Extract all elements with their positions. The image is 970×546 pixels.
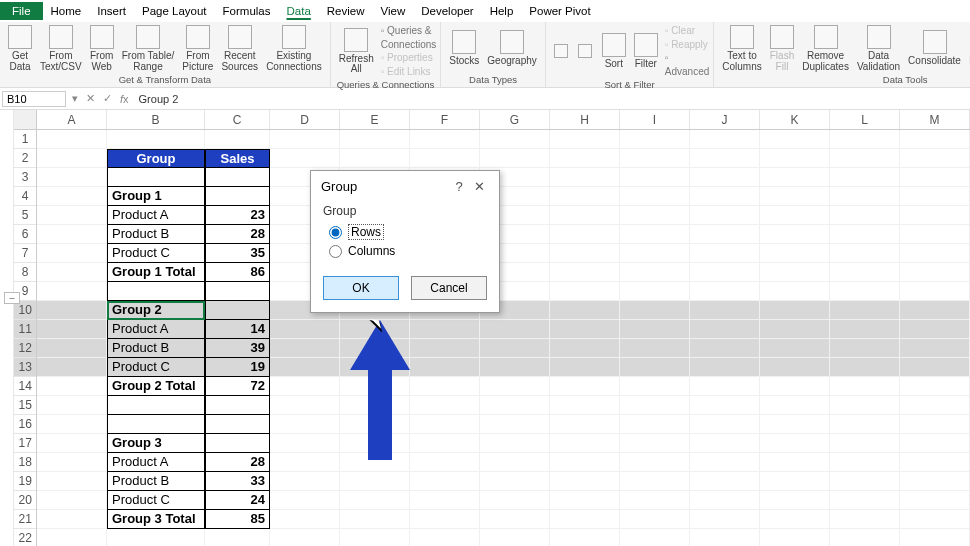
cell-G15[interactable] xyxy=(480,396,550,415)
ribbon-get-data-button[interactable]: Get Data xyxy=(4,24,36,73)
cell-I10[interactable] xyxy=(620,301,690,320)
cell-K11[interactable] xyxy=(760,320,830,339)
cell-J8[interactable] xyxy=(690,263,760,282)
cell-D2[interactable] xyxy=(270,149,340,168)
cell-J11[interactable] xyxy=(690,320,760,339)
ribbon-from-web-button[interactable]: From Web xyxy=(86,24,118,73)
cell-J9[interactable] xyxy=(690,282,760,301)
cell-F1[interactable] xyxy=(410,130,480,149)
cell-D14[interactable] xyxy=(270,377,340,396)
cell-H10[interactable] xyxy=(550,301,620,320)
row-header-1[interactable]: 1 xyxy=(14,130,36,149)
cell-M20[interactable] xyxy=(900,491,970,510)
row-header-17[interactable]: 17 xyxy=(14,434,36,453)
cell-D1[interactable] xyxy=(270,130,340,149)
cell-B2[interactable]: Group xyxy=(107,149,205,168)
name-box[interactable] xyxy=(2,91,66,107)
accept-formula-icon[interactable]: ✓ xyxy=(99,92,116,105)
menu-help[interactable]: Help xyxy=(482,2,522,20)
dialog-close-icon[interactable]: ✕ xyxy=(469,179,489,194)
cell-H13[interactable] xyxy=(550,358,620,377)
ribbon-from-picture-button[interactable]: From Picture xyxy=(178,24,217,73)
cell-H19[interactable] xyxy=(550,472,620,491)
menu-home[interactable]: Home xyxy=(43,2,90,20)
cell-G20[interactable] xyxy=(480,491,550,510)
cell-F19[interactable] xyxy=(410,472,480,491)
cell-M15[interactable] xyxy=(900,396,970,415)
cell-C10[interactable] xyxy=(205,301,270,320)
row-header-4[interactable]: 4 xyxy=(14,187,36,206)
cell-J16[interactable] xyxy=(690,415,760,434)
cell-B4[interactable]: Group 1 xyxy=(107,187,205,206)
col-header-L[interactable]: L xyxy=(830,110,900,129)
cell-C1[interactable] xyxy=(205,130,270,149)
cell-F2[interactable] xyxy=(410,149,480,168)
row-header-6[interactable]: 6 xyxy=(14,225,36,244)
filter-button[interactable]: Filter xyxy=(630,32,662,71)
cell-F17[interactable] xyxy=(410,434,480,453)
cell-J18[interactable] xyxy=(690,453,760,472)
cell-A13[interactable] xyxy=(37,358,107,377)
cell-I5[interactable] xyxy=(620,206,690,225)
cell-C11[interactable]: 14 xyxy=(205,320,270,339)
ok-button[interactable]: OK xyxy=(323,276,399,300)
cell-L18[interactable] xyxy=(830,453,900,472)
cell-D22[interactable] xyxy=(270,529,340,546)
ribbon-existing-connections-button[interactable]: Existing Connections xyxy=(262,24,326,73)
dialog-help-icon[interactable]: ? xyxy=(449,179,469,194)
ribbon-remove-duplicates-button[interactable]: Remove Duplicates xyxy=(798,24,853,73)
ribbon-from-text-csv-button[interactable]: From Text/CSV xyxy=(36,24,86,73)
cell-B5[interactable]: Product A xyxy=(107,206,205,225)
row-header-15[interactable]: 15 xyxy=(14,396,36,415)
cell-C14[interactable]: 72 xyxy=(205,377,270,396)
cell-C15[interactable] xyxy=(205,396,270,415)
cell-A1[interactable] xyxy=(37,130,107,149)
cell-G19[interactable] xyxy=(480,472,550,491)
cancel-button[interactable]: Cancel xyxy=(411,276,487,300)
cell-G1[interactable] xyxy=(480,130,550,149)
cell-H16[interactable] xyxy=(550,415,620,434)
cell-F12[interactable] xyxy=(410,339,480,358)
cell-L6[interactable] xyxy=(830,225,900,244)
cell-M22[interactable] xyxy=(900,529,970,546)
cell-M11[interactable] xyxy=(900,320,970,339)
cell-K5[interactable] xyxy=(760,206,830,225)
cell-D13[interactable] xyxy=(270,358,340,377)
formula-input[interactable]: Group 2 xyxy=(133,91,970,107)
cell-G11[interactable] xyxy=(480,320,550,339)
cell-C8[interactable]: 86 xyxy=(205,263,270,282)
cell-L4[interactable] xyxy=(830,187,900,206)
cell-I7[interactable] xyxy=(620,244,690,263)
cell-B22[interactable] xyxy=(107,529,205,546)
cell-L2[interactable] xyxy=(830,149,900,168)
cell-K13[interactable] xyxy=(760,358,830,377)
cell-F20[interactable] xyxy=(410,491,480,510)
radio-rows[interactable]: Rows xyxy=(329,224,487,240)
cell-G18[interactable] xyxy=(480,453,550,472)
col-header-C[interactable]: C xyxy=(205,110,270,129)
cell-K1[interactable] xyxy=(760,130,830,149)
sort-button[interactable]: Sort xyxy=(598,32,630,71)
cell-H3[interactable] xyxy=(550,168,620,187)
cell-I19[interactable] xyxy=(620,472,690,491)
cell-K2[interactable] xyxy=(760,149,830,168)
cell-H17[interactable] xyxy=(550,434,620,453)
ribbon-recent-sources-button[interactable]: Recent Sources xyxy=(217,24,262,73)
cell-C20[interactable]: 24 xyxy=(205,491,270,510)
row-header-18[interactable]: 18 xyxy=(14,453,36,472)
cell-D15[interactable] xyxy=(270,396,340,415)
ribbon-consolidate-button[interactable]: Consolidate xyxy=(904,29,965,68)
cell-C22[interactable] xyxy=(205,529,270,546)
cell-C6[interactable]: 28 xyxy=(205,225,270,244)
cell-C13[interactable]: 19 xyxy=(205,358,270,377)
cell-J6[interactable] xyxy=(690,225,760,244)
cell-F16[interactable] xyxy=(410,415,480,434)
cell-K9[interactable] xyxy=(760,282,830,301)
cell-H18[interactable] xyxy=(550,453,620,472)
cell-H8[interactable] xyxy=(550,263,620,282)
cell-F21[interactable] xyxy=(410,510,480,529)
cell-L7[interactable] xyxy=(830,244,900,263)
cell-M18[interactable] xyxy=(900,453,970,472)
menu-view[interactable]: View xyxy=(373,2,414,20)
cell-A16[interactable] xyxy=(37,415,107,434)
